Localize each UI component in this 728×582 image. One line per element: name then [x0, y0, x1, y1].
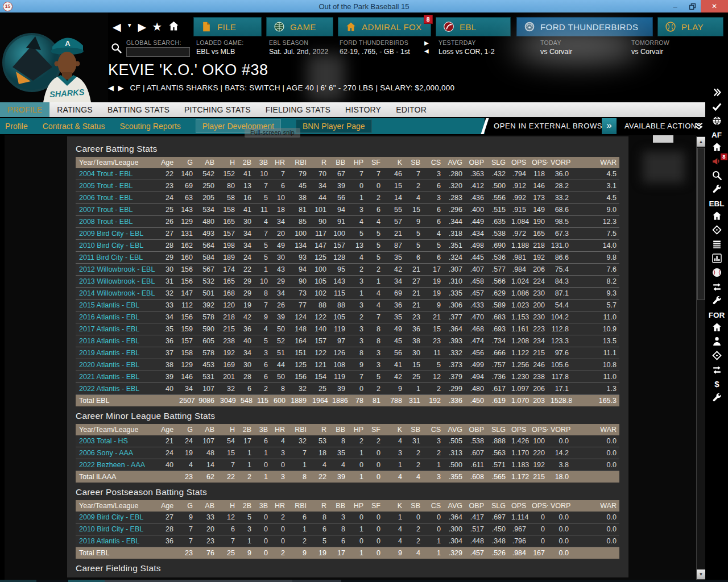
year-team-link[interactable]: 2006 Trout - EBL: [76, 192, 158, 204]
nav-button-admiral-fox[interactable]: ADMIRAL FOX8: [338, 17, 431, 36]
year-team-link[interactable]: 2011 Bird City - EBL: [76, 252, 158, 264]
year-team-link[interactable]: 2022 Atlantis - EBL: [76, 383, 158, 395]
nav-button-ebl[interactable]: EBL: [436, 17, 511, 36]
year-team-link[interactable]: 2016 Atlantis - EBL: [76, 311, 158, 323]
for-roster-button[interactable]: [712, 335, 722, 347]
world-button[interactable]: [712, 115, 722, 127]
back-icon[interactable]: ◀: [113, 20, 121, 34]
year-team-link[interactable]: 2004 Trout - EBL: [76, 168, 158, 180]
global-search-input[interactable]: [126, 47, 190, 57]
year-team-link[interactable]: 2022 Bezheen - AAA: [76, 459, 158, 471]
column-header: 3B: [254, 500, 271, 512]
subtab-bnn-player-page[interactable]: BNN Player Page: [296, 119, 372, 133]
subtab-contract-status[interactable]: Contract & Status: [43, 122, 105, 131]
year-team-link[interactable]: 2005 Trout - EBL: [76, 180, 158, 192]
ebl-stats-button[interactable]: [712, 252, 722, 264]
tab-profile[interactable]: PROFILE: [0, 102, 49, 117]
stat-cell: 7: [271, 168, 288, 180]
home-icon[interactable]: [168, 20, 180, 34]
ebl-options-button[interactable]: [712, 295, 722, 307]
nav-button-game[interactable]: GAME: [266, 17, 333, 36]
ebl-home-button[interactable]: [712, 210, 722, 222]
ebl-transactions-button[interactable]: [712, 281, 722, 293]
af-home-button[interactable]: [712, 141, 722, 153]
tab-editor[interactable]: EDITOR: [388, 102, 434, 117]
maximize-button[interactable]: [684, 0, 701, 13]
year-team-link[interactable]: 2009 Bird City - EBL: [76, 512, 158, 523]
af-options-button[interactable]: [712, 184, 722, 196]
forward-icon[interactable]: ▶: [138, 20, 147, 34]
year-team-link[interactable]: 2014 Willowbrook - EBL: [76, 288, 158, 300]
stat-cell: 33: [158, 300, 176, 311]
bookmark-star-icon[interactable]: ★: [152, 20, 162, 34]
column-header: AVG: [444, 424, 465, 435]
year-team-link[interactable]: 2017 Atlantis - EBL: [76, 323, 158, 335]
ebl-scores-button[interactable]: [712, 267, 722, 278]
home-orange-icon: [345, 21, 357, 32]
af-news-button[interactable]: 8: [712, 155, 722, 167]
stat-cell: 28: [158, 523, 176, 535]
year-team-link[interactable]: 2020 Atlantis - EBL: [76, 359, 158, 371]
ebl-field-button[interactable]: [712, 224, 722, 236]
year-team-link[interactable]: 2021 Atlantis - EBL: [76, 371, 158, 383]
year-team-link[interactable]: 2010 Bird City - EBL: [76, 240, 158, 252]
minimize-button[interactable]: –: [667, 0, 684, 13]
confirm-button[interactable]: [712, 101, 722, 113]
for-home-button[interactable]: [712, 321, 722, 333]
year-team-link[interactable]: 2003 Total - HS: [76, 435, 158, 447]
chevrons-right-icon[interactable]: »: [602, 118, 617, 134]
collapse-panel-button[interactable]: [712, 86, 722, 98]
year-team-link[interactable]: 2007 Trout - EBL: [76, 204, 158, 216]
stat-cell: 119: [329, 323, 348, 335]
year-team-link[interactable]: 2013 Willowbrook - EBL: [76, 276, 158, 288]
for-field-button[interactable]: [712, 350, 722, 361]
stat-cell: 8: [329, 523, 348, 535]
year-team-link[interactable]: 2009 Bird City - EBL: [76, 228, 158, 240]
for-options-button[interactable]: [712, 392, 722, 404]
scroll-up-button[interactable]: ▲: [697, 137, 705, 147]
tab-pitching-stats[interactable]: PITCHING STATS: [177, 102, 258, 117]
year-team-link[interactable]: 2012 Willowbrook - EBL: [76, 264, 158, 276]
tab-ratings[interactable]: RATINGS: [49, 102, 100, 117]
nav-button-label: EBL: [460, 22, 477, 32]
stat-cell: .412: [465, 180, 487, 192]
subtab-profile[interactable]: Profile: [5, 122, 28, 131]
available-actions-button[interactable]: AVAILABLE ACTIONS: [624, 118, 702, 134]
stat-cell: 165: [217, 276, 238, 288]
column-header: RBI: [288, 157, 309, 168]
prev-next-player-arrows[interactable]: ◀ ▶: [108, 84, 125, 92]
tab-history[interactable]: HISTORY: [338, 102, 388, 117]
history-dropdown-icon[interactable]: ▼: [127, 22, 133, 28]
for-finances-button[interactable]: $: [712, 378, 722, 390]
year-team-link[interactable]: 2018 Atlantis - EBL: [76, 535, 158, 547]
nav-button-file[interactable]: FILE: [193, 17, 262, 36]
year-team-link[interactable]: 2010 Bird City - EBL: [76, 523, 158, 535]
subtab-scouting-reports[interactable]: Scouting Reports: [119, 122, 180, 131]
af-search-button[interactable]: [712, 169, 722, 181]
stat-cell: 105: [309, 276, 329, 288]
for-transactions-button[interactable]: [712, 364, 722, 376]
stat-cell: 87: [383, 240, 405, 252]
year-team-link[interactable]: 2018 Atlantis - EBL: [76, 335, 158, 347]
scrollbar-thumb[interactable]: [697, 148, 705, 300]
tab-batting-stats[interactable]: BATTING STATS: [100, 102, 177, 117]
year-team-link[interactable]: 2008 Trout - EBL: [76, 216, 158, 228]
year-team-link[interactable]: 2019 Atlantis - EBL: [76, 347, 158, 359]
stat-cell: 3: [423, 168, 444, 180]
prev-next-day-arrows[interactable]: ▶◀: [424, 39, 432, 55]
year-team-link[interactable]: 2006 Sony - AAA: [76, 447, 158, 459]
scroll-down-button[interactable]: ▼: [697, 569, 705, 579]
stat-cell: .457: [465, 288, 487, 300]
vertical-scrollbar[interactable]: ▲ ▼: [696, 136, 706, 580]
tab-fielding-stats[interactable]: FIELDING STATS: [258, 102, 338, 117]
ebl-lineup-button[interactable]: [712, 238, 722, 250]
open-external-browser-button[interactable]: OPEN IN EXTERNAL BROWSER: [494, 118, 613, 134]
total-cell: 0: [366, 547, 383, 559]
stat-cell: 158: [217, 204, 238, 216]
nav-button-label: PLAY: [681, 22, 704, 32]
nav-button-play[interactable]: PLAY: [657, 17, 723, 36]
year-team-link[interactable]: 2015 Atlantis - EBL: [76, 300, 158, 311]
close-button[interactable]: ✕: [701, 0, 728, 13]
stat-cell: 112: [176, 300, 196, 311]
chevron-double-down-icon[interactable]: [694, 121, 704, 134]
